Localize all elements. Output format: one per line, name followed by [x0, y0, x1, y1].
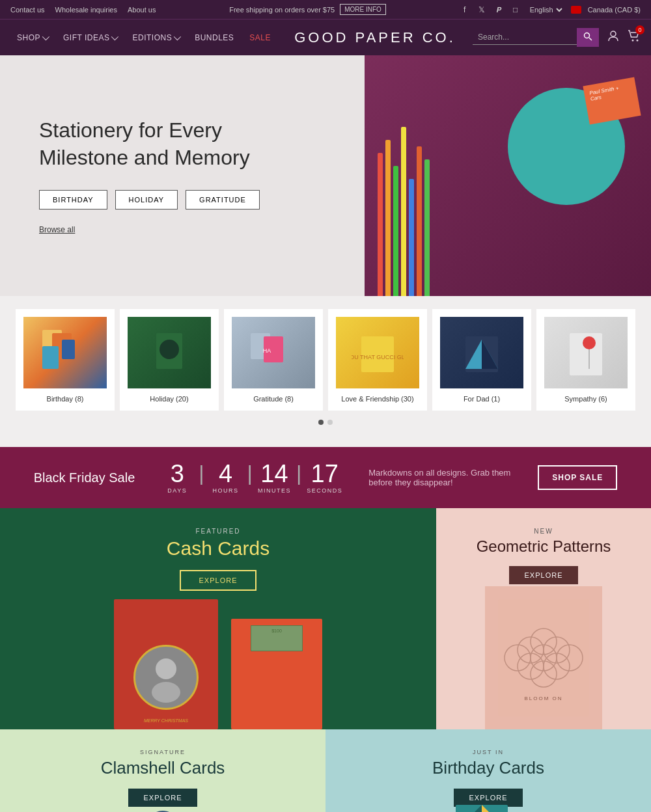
list-item[interactable]: Holiday (20)	[120, 309, 219, 411]
search-icon	[583, 32, 592, 41]
cash-title: Cash Cards	[167, 537, 270, 560]
bf-seconds-label: SECONDS	[307, 487, 342, 494]
bf-days-label: DAYS	[167, 487, 187, 494]
about-link[interactable]: About us	[128, 6, 156, 14]
shop-chevron-icon	[42, 33, 49, 40]
pinterest-icon[interactable]: 𝙋	[493, 5, 504, 15]
twitter-x-icon[interactable]: 𝕏	[477, 5, 487, 15]
nav-shop[interactable]: SHOP	[10, 28, 54, 47]
holiday-button[interactable]: HOLIDAY	[115, 190, 178, 210]
nav-left: SHOP GIFT IDEAS EDITIONS BUNDLES SALE	[10, 28, 277, 47]
category-label: Sympathy (6)	[544, 395, 628, 403]
geo-explore-button[interactable]: EXPLORE	[509, 566, 579, 584]
cash-card-second: $100	[231, 619, 322, 729]
hero-image: Paul Smith + Cars	[365, 55, 651, 296]
birthday-section: JUST IN Birthday Cards EXPLORE	[326, 729, 651, 812]
geo-sub-label: NEW	[534, 528, 553, 535]
clamshell-sub-label: SIGNATURE	[140, 749, 186, 755]
geo-visual: BLOOM ON	[485, 586, 602, 729]
utility-bar: Contact us Wholesale inquiries About us …	[0, 0, 651, 19]
bf-description: Markdowns on all designs. Grab them befo…	[368, 468, 512, 487]
search-input[interactable]	[473, 30, 577, 45]
facebook-icon[interactable]: f	[460, 5, 470, 15]
site-logo[interactable]: GOOD PAPER CO.	[277, 29, 473, 46]
cart-icon[interactable]: 0	[628, 29, 641, 46]
svg-point-23	[156, 658, 176, 679]
clamshell-visual	[114, 792, 212, 812]
nav-sale[interactable]: SALE	[243, 28, 277, 47]
bf-minutes-block: 14 MINUTES	[258, 461, 291, 494]
separator-1: |	[193, 463, 209, 493]
list-item[interactable]: YOU THAT GUCCI GLO Love & Friendship (30…	[328, 309, 427, 411]
svg-point-20	[583, 336, 596, 349]
bf-hours-block: 4 HOURS	[210, 461, 242, 494]
birthday-button[interactable]: BIRTHDAY	[39, 190, 107, 210]
geo-pattern-svg: BLOOM ON	[498, 599, 589, 716]
category-grid: Birthday (8) Holiday (20) HA Gratitude (…	[7, 309, 644, 411]
bf-hours-value: 4	[219, 461, 232, 486]
list-item[interactable]: Birthday (8)	[16, 309, 115, 411]
search-button[interactable]	[577, 28, 599, 47]
browse-all-link[interactable]: Browse all	[39, 225, 75, 234]
orange-card-decoration: Paul Smith + Cars	[583, 77, 641, 125]
cart-badge: 0	[635, 25, 644, 34]
svg-rect-7	[62, 340, 75, 359]
language-select[interactable]: English	[527, 5, 564, 14]
list-item[interactable]: HA Gratitude (8)	[224, 309, 323, 411]
birthday-sub-label: JUST IN	[473, 749, 504, 755]
utility-links: Contact us Wholesale inquiries About us	[10, 6, 156, 14]
clamshell-title: Clamshell Cards	[101, 758, 225, 778]
bf-minutes-value: 14	[260, 461, 288, 486]
svg-point-2	[611, 31, 616, 36]
category-section: Birthday (8) Holiday (20) HA Gratitude (…	[0, 296, 651, 447]
shop-sale-button[interactable]: SHOP SALE	[538, 465, 617, 490]
category-label: For Dad (1)	[440, 395, 523, 403]
bf-minutes-label: MINUTES	[258, 487, 291, 494]
contact-link[interactable]: Contact us	[10, 6, 45, 14]
holiday-thumbnail	[128, 317, 211, 388]
list-item[interactable]: For Dad (1)	[432, 309, 531, 411]
cash-cards-visual: MERRY CHRISTMAS $100	[114, 599, 322, 729]
hero-buttons: BIRTHDAY HOLIDAY GRATITUDE	[39, 190, 326, 210]
instagram-icon[interactable]: □	[510, 5, 521, 15]
more-info-button[interactable]: MORE INFO	[340, 4, 386, 15]
svg-point-0	[585, 33, 590, 38]
cash-sub-label: FEATURED	[195, 528, 240, 535]
bf-days-block: 3 DAYS	[161, 461, 193, 494]
shipping-info: Free shipping on orders over $75 MORE IN…	[229, 4, 386, 15]
nav-gift-ideas[interactable]: GIFT IDEAS	[57, 28, 123, 47]
birthday-visual	[436, 792, 540, 812]
shipping-text: Free shipping on orders over $75	[229, 6, 335, 14]
separator-2: |	[242, 463, 258, 493]
utility-right: f 𝕏 𝙋 □ English Canada (CAD $)	[460, 5, 641, 15]
bf-hours-label: HOURS	[213, 487, 239, 494]
gratitude-thumbnail: HA	[232, 317, 315, 388]
list-item[interactable]: Sympathy (6)	[536, 309, 635, 411]
svg-text:BLOOM ON: BLOOM ON	[524, 696, 562, 701]
bf-seconds-value: 17	[311, 461, 339, 486]
region-text: Canada (CAD $)	[588, 6, 641, 14]
svg-point-4	[637, 40, 639, 42]
hero-left: Stationery for EveryMilestone and Memory…	[0, 55, 365, 296]
pagination-dots	[7, 411, 644, 434]
nav-editions[interactable]: EDITIONS	[126, 28, 186, 47]
birthday-thumbnail	[23, 317, 107, 388]
dot-1[interactable]	[318, 420, 324, 425]
category-label: Love & Friendship (30)	[336, 395, 419, 403]
account-icon[interactable]	[607, 29, 620, 46]
category-label: Birthday (8)	[23, 395, 107, 403]
pencils-decoration	[378, 127, 430, 296]
cash-explore-button[interactable]: EXPLORE	[180, 570, 257, 591]
bottom-row: SIGNATURE Clamshell Cards EXPLORE JUST I…	[0, 729, 651, 812]
wholesale-link[interactable]: Wholesale inquiries	[55, 6, 117, 14]
birthday-title: Birthday Cards	[432, 758, 544, 778]
svg-text:HA: HA	[263, 347, 271, 354]
bf-days-value: 3	[171, 461, 184, 486]
svg-point-10	[159, 340, 179, 359]
gratitude-button[interactable]: GRATITUDE	[186, 190, 260, 210]
dot-2[interactable]	[327, 420, 333, 425]
svg-line-1	[589, 38, 592, 40]
geo-card: BLOOM ON	[485, 586, 602, 729]
hero-title: Stationery for EveryMilestone and Memory	[39, 117, 326, 171]
nav-bundles[interactable]: BUNDLES	[188, 28, 240, 47]
